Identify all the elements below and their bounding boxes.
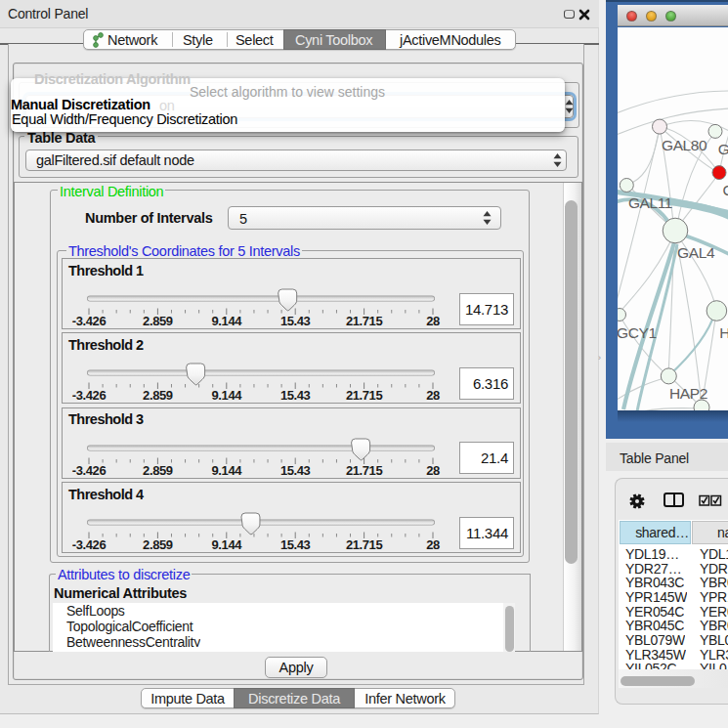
- svg-text:HAP2: HAP2: [669, 385, 707, 402]
- svg-text:GCY1: GCY1: [618, 324, 657, 341]
- svg-text:GAL80: GAL80: [662, 137, 707, 153]
- svg-text:H: H: [719, 324, 728, 341]
- svg-text:GA: GA: [718, 141, 728, 157]
- svg-text:GAL4: GAL4: [677, 244, 715, 261]
- svg-text:GAL11: GAL11: [628, 194, 672, 211]
- svg-text:C: C: [723, 182, 728, 198]
